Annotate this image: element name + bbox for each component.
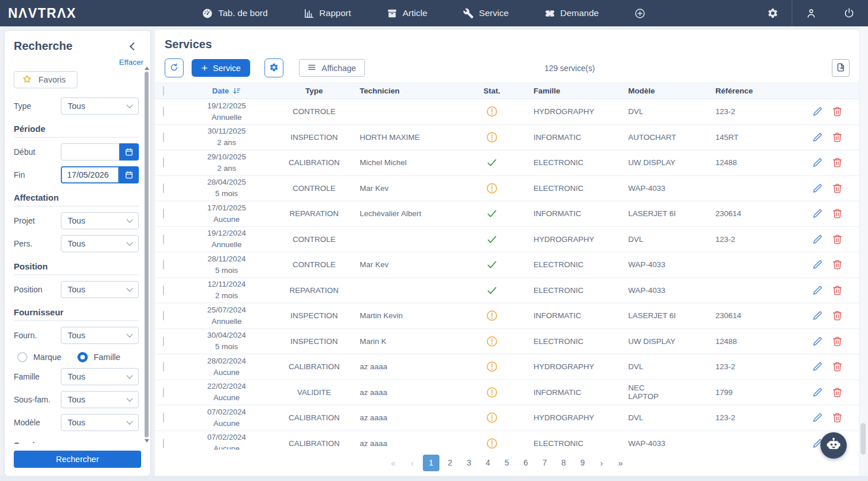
row-checkbox[interactable] — [163, 439, 164, 448]
export-button[interactable] — [832, 59, 850, 77]
edit-button[interactable] — [812, 310, 823, 321]
first-page-button[interactable]: « — [385, 455, 402, 471]
search-button[interactable]: Rechercher — [14, 451, 141, 468]
select-modele[interactable]: Tous — [61, 414, 139, 431]
page-button-5[interactable]: 5 — [499, 455, 515, 471]
row-checkbox[interactable] — [163, 413, 164, 423]
row-checkbox[interactable] — [163, 234, 164, 244]
favorites-button[interactable]: Favoris — [14, 71, 77, 88]
delete-button[interactable] — [832, 157, 843, 168]
select-fourn[interactable]: Tous — [61, 327, 139, 344]
nav-item-service[interactable]: Service — [463, 8, 509, 19]
table-settings-button[interactable] — [264, 58, 283, 77]
delete-button[interactable] — [832, 387, 843, 398]
page-button-2[interactable]: 2 — [442, 455, 458, 471]
delete-button[interactable] — [832, 106, 843, 117]
delete-button[interactable] — [832, 310, 843, 321]
status-warning-icon — [486, 182, 498, 194]
row-checkbox[interactable] — [163, 311, 164, 320]
select-pers[interactable]: Tous — [61, 235, 139, 252]
settings-button[interactable] — [754, 0, 792, 26]
nav-item-demande[interactable]: Demande — [544, 8, 599, 19]
edit-button[interactable] — [812, 183, 823, 194]
select-sous-fam[interactable]: Tous — [61, 391, 139, 408]
edit-button[interactable] — [812, 132, 823, 143]
page-button-9[interactable]: 9 — [574, 455, 591, 471]
edit-button[interactable] — [812, 361, 823, 372]
radio-famille[interactable]: Famille — [77, 352, 120, 362]
delete-button[interactable] — [832, 361, 843, 372]
delete-button[interactable] — [832, 208, 843, 219]
delete-button[interactable] — [832, 259, 843, 270]
calendar-button[interactable] — [119, 143, 139, 161]
delete-button[interactable] — [832, 285, 843, 296]
date-input-fin[interactable]: 17/05/2026 — [61, 166, 119, 183]
row-checkbox[interactable] — [163, 158, 164, 167]
add-service-button[interactable]: + Service — [192, 59, 250, 77]
row-checkbox[interactable] — [163, 209, 164, 218]
column-header-stat[interactable]: Stat. — [473, 87, 511, 95]
delete-button[interactable] — [832, 234, 843, 245]
calendar-button[interactable] — [119, 166, 139, 183]
chatbot-button[interactable] — [820, 432, 847, 459]
delete-button[interactable] — [832, 132, 843, 143]
cell-modele: UW DISPLAY — [597, 337, 677, 346]
delete-button[interactable] — [832, 336, 843, 347]
last-page-button[interactable]: » — [612, 455, 629, 471]
next-page-button[interactable]: › — [593, 455, 610, 471]
cell-technicien: Martin Kevin — [359, 311, 473, 320]
page-scrollbar-thumb[interactable] — [861, 423, 866, 455]
column-header-modele[interactable]: Modèle — [597, 87, 677, 95]
display-options-button[interactable]: Affichage — [299, 59, 364, 77]
sidebar-scrollbar-thumb[interactable] — [145, 72, 149, 437]
column-header-reference[interactable]: Référence — [677, 87, 780, 95]
page-button-3[interactable]: 3 — [461, 455, 477, 471]
edit-button[interactable] — [812, 412, 823, 423]
edit-button[interactable] — [812, 259, 823, 270]
edit-button[interactable] — [812, 208, 823, 219]
select-all-checkbox[interactable] — [163, 86, 164, 96]
row-checkbox[interactable] — [163, 260, 164, 269]
collapse-panel-icon[interactable] — [130, 42, 138, 50]
nav-item-tab-de-bord[interactable]: Tab. de bord — [202, 8, 267, 19]
column-header-type[interactable]: Type — [270, 87, 359, 95]
sidebar-scrollbar[interactable] — [144, 67, 149, 443]
page-button-7[interactable]: 7 — [536, 455, 553, 471]
nav-add-button[interactable] — [635, 8, 645, 19]
page-button-8[interactable]: 8 — [555, 455, 572, 471]
column-header-technicien[interactable]: Technicien — [359, 87, 473, 95]
delete-button[interactable] — [832, 183, 843, 194]
nav-item-rapport[interactable]: Rapport — [303, 8, 351, 19]
prev-page-button[interactable]: ‹ — [404, 455, 421, 471]
radio-marque[interactable]: Marque — [17, 352, 61, 362]
user-button[interactable] — [792, 0, 830, 26]
delete-button[interactable] — [832, 412, 843, 423]
select-position[interactable]: Tous — [61, 281, 139, 298]
select-type[interactable]: Tous — [61, 97, 139, 115]
page-button-6[interactable]: 6 — [517, 455, 534, 471]
page-button-4[interactable]: 4 — [480, 455, 496, 471]
select-famille[interactable]: Tous — [61, 368, 139, 385]
edit-button[interactable] — [812, 234, 823, 245]
row-checkbox[interactable] — [163, 132, 164, 142]
nav-item-article[interactable]: Article — [387, 8, 427, 19]
power-button[interactable] — [830, 0, 868, 26]
select-projet[interactable]: Tous — [61, 212, 139, 229]
row-checkbox[interactable] — [163, 388, 164, 397]
row-checkbox[interactable] — [163, 183, 164, 193]
edit-button[interactable] — [812, 285, 823, 296]
row-checkbox[interactable] — [163, 362, 164, 371]
refresh-button[interactable] — [165, 58, 184, 77]
row-checkbox[interactable] — [163, 107, 164, 116]
page-button-1[interactable]: 1 — [423, 455, 439, 471]
edit-button[interactable] — [812, 106, 823, 117]
edit-button[interactable] — [812, 387, 823, 398]
edit-button[interactable] — [812, 336, 823, 347]
column-header-famille[interactable]: Famille — [511, 87, 597, 95]
row-checkbox[interactable] — [163, 286, 164, 295]
edit-button[interactable] — [812, 157, 823, 168]
page-scrollbar[interactable] — [859, 26, 868, 476]
date-input-debut[interactable] — [61, 143, 119, 161]
column-header-date[interactable]: Date — [184, 87, 270, 95]
row-checkbox[interactable] — [163, 337, 164, 346]
